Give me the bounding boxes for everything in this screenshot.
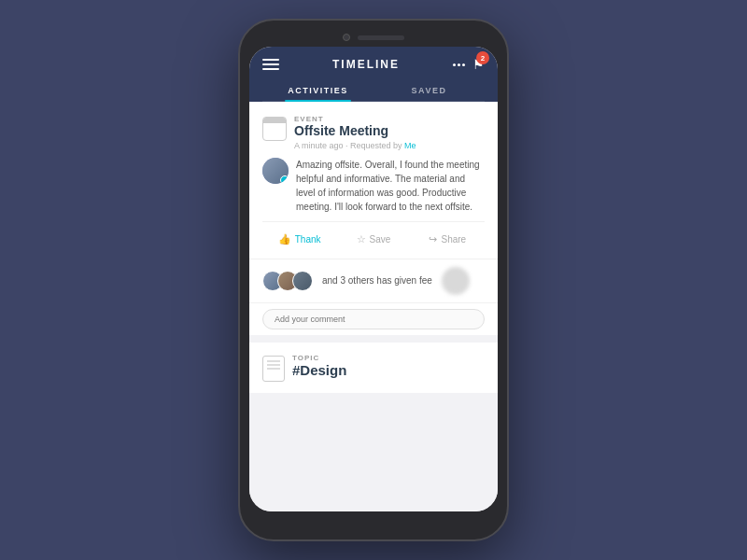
- phone-shell: TIMELINE ⚑ 2 ACTIVITIES SAVED: [238, 19, 509, 541]
- thank-icon: 👍: [278, 233, 291, 245]
- screen: TIMELINE ⚑ 2 ACTIVITIES SAVED: [249, 47, 498, 511]
- avatars-group: [262, 271, 307, 291]
- header-right: ⚑ 2: [453, 56, 485, 73]
- comment-text: Amazing offsite. Overall, I found the me…: [296, 158, 485, 214]
- event-meta: A minute ago · Requested by Me: [294, 141, 416, 150]
- event-card: EVENT Offsite Meeting A minute ago · Req…: [249, 102, 498, 259]
- event-header-row: EVENT Offsite Meeting A minute ago · Req…: [262, 115, 485, 150]
- phone-camera: [343, 34, 350, 41]
- save-button[interactable]: ☆ Save: [336, 230, 410, 249]
- header-top: TIMELINE ⚑ 2: [262, 56, 485, 73]
- commenter-avatar: ✓: [262, 158, 289, 184]
- feedback-text: and 3 others has given fee: [322, 275, 432, 286]
- comment-input[interactable]: [262, 309, 485, 329]
- comment-block: ✓ Amazing offsite. Overall, I found the …: [262, 158, 485, 214]
- share-button[interactable]: ↪ Share: [411, 230, 485, 249]
- calendar-icon: [262, 117, 287, 141]
- blur-overlay: [442, 267, 470, 295]
- more-options-icon[interactable]: [453, 63, 465, 66]
- app-header: TIMELINE ⚑ 2 ACTIVITIES SAVED: [249, 47, 498, 102]
- event-type-label: EVENT: [294, 115, 416, 123]
- document-icon: [262, 356, 285, 382]
- feedback-row: and 3 others has given fee: [249, 259, 498, 302]
- tab-saved[interactable]: SAVED: [374, 80, 485, 101]
- topic-type-label: TOPIC: [292, 354, 346, 362]
- topic-card: TOPIC #Design: [249, 343, 498, 393]
- topic-info: TOPIC #Design: [292, 354, 346, 378]
- notification-badge: 2: [476, 51, 489, 64]
- menu-button[interactable]: [262, 59, 279, 70]
- notification-button[interactable]: ⚑ 2: [472, 56, 485, 73]
- thank-button[interactable]: 👍 Thank: [262, 230, 336, 249]
- tab-bar: ACTIVITIES SAVED: [262, 80, 485, 102]
- action-bar: 👍 Thank ☆ Save ↪ Share: [262, 221, 485, 249]
- save-icon: ☆: [357, 233, 366, 245]
- event-info: EVENT Offsite Meeting A minute ago · Req…: [294, 115, 416, 150]
- share-icon: ↪: [429, 233, 437, 245]
- tab-activities[interactable]: ACTIVITIES: [262, 80, 374, 101]
- comment-input-row: [249, 302, 498, 339]
- avatar-check-icon: ✓: [280, 175, 289, 184]
- event-title: Offsite Meeting: [294, 123, 416, 139]
- header-title: TIMELINE: [332, 58, 400, 71]
- content-area: EVENT Offsite Meeting A minute ago · Req…: [249, 102, 498, 511]
- topic-title: #Design: [292, 362, 346, 378]
- requested-by-link[interactable]: Me: [404, 141, 416, 150]
- mini-avatar-3: [292, 271, 313, 291]
- phone-speaker: [358, 35, 404, 40]
- phone-top-bar: [249, 34, 498, 41]
